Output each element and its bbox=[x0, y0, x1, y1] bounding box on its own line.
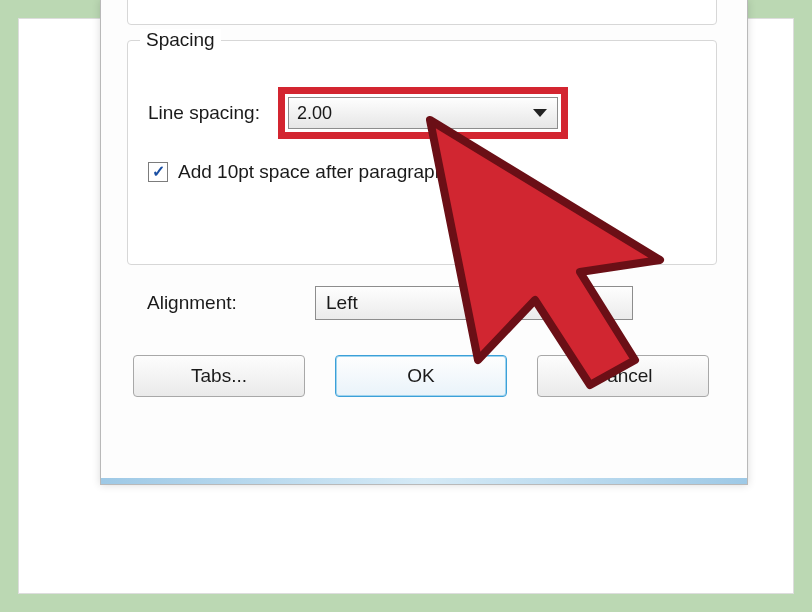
dialog-bottom-edge bbox=[101, 478, 747, 484]
line-spacing-row: Line spacing: 2.00 bbox=[148, 87, 708, 139]
spacing-groupbox: Spacing Line spacing: 2.00 ✓ Add 10pt sp… bbox=[127, 40, 717, 265]
line-spacing-label: Line spacing: bbox=[148, 102, 260, 124]
add-space-label: Add 10pt space after paragraph bbox=[178, 161, 445, 183]
line-spacing-combobox[interactable]: 2.00 bbox=[288, 97, 558, 129]
dialog-button-row: Tabs... OK Cancel bbox=[133, 355, 709, 397]
alignment-label: Alignment: bbox=[147, 292, 297, 314]
paragraph-dialog: Spacing Line spacing: 2.00 ✓ Add 10pt sp… bbox=[100, 0, 748, 485]
line-spacing-value: 2.00 bbox=[297, 103, 332, 124]
cancel-button[interactable]: Cancel bbox=[537, 355, 709, 397]
ok-button[interactable]: OK bbox=[335, 355, 507, 397]
tabs-button-label: Tabs... bbox=[191, 365, 247, 387]
highlight-box: 2.00 bbox=[278, 87, 568, 139]
upper-groupbox bbox=[127, 0, 717, 25]
alignment-row: Alignment: Left bbox=[147, 286, 633, 320]
add-space-row: ✓ Add 10pt space after paragraph bbox=[148, 161, 445, 183]
alignment-combobox[interactable]: Left bbox=[315, 286, 633, 320]
ok-button-label: OK bbox=[407, 365, 434, 387]
tabs-button[interactable]: Tabs... bbox=[133, 355, 305, 397]
spacing-group-label: Spacing bbox=[140, 29, 221, 51]
chevron-down-icon bbox=[533, 109, 547, 117]
add-space-checkbox[interactable]: ✓ bbox=[148, 162, 168, 182]
alignment-value: Left bbox=[326, 292, 358, 314]
cancel-button-label: Cancel bbox=[593, 365, 652, 387]
